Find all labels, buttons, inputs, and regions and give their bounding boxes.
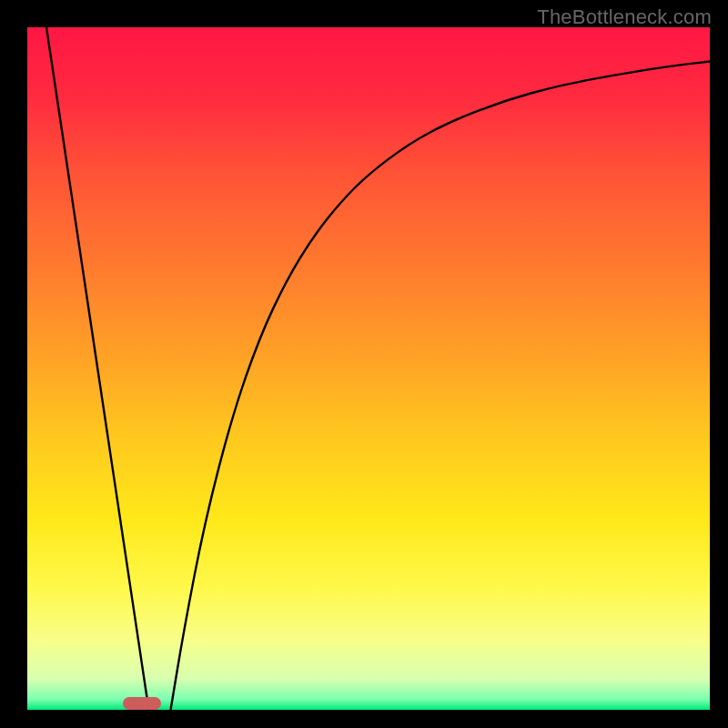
minimum-marker — [123, 697, 160, 710]
chart-curves — [27, 27, 710, 710]
chart-frame: TheBottleneck.com — [0, 0, 728, 728]
watermark-text: TheBottleneck.com — [537, 5, 712, 29]
plot-area — [27, 27, 710, 710]
left-slope-line — [46, 27, 149, 710]
right-curve-line — [171, 62, 711, 711]
